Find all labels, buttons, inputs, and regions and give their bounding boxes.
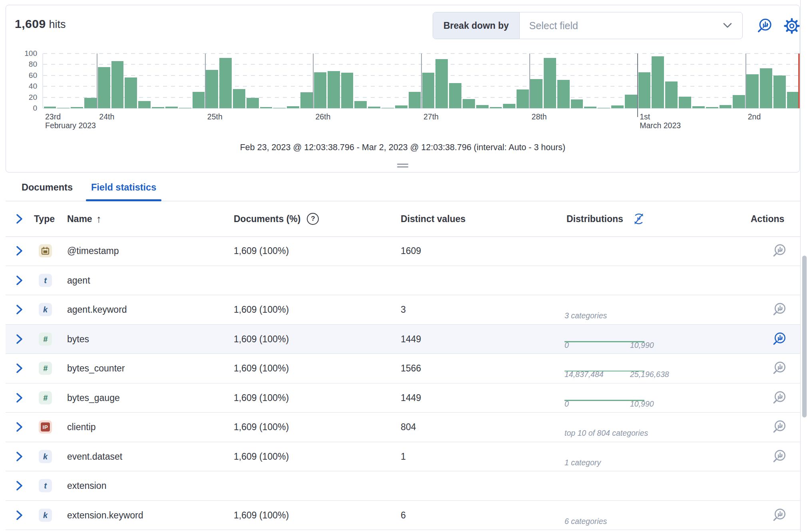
documents-percent-value: 1,609 (100%)	[234, 333, 289, 344]
explore-in-lens-button[interactable]	[772, 302, 787, 317]
histogram-bar[interactable]	[152, 107, 164, 108]
tab-documents[interactable]: Documents	[12, 174, 82, 201]
expand-row-chevron-icon[interactable]	[14, 362, 24, 374]
distribution-preview: 3 categories	[565, 298, 668, 322]
sort-ascending-icon: ↑	[96, 213, 101, 225]
histogram-bar[interactable]	[503, 104, 515, 108]
expand-row-chevron-icon[interactable]	[14, 509, 24, 521]
tab-field-statistics[interactable]: Field statistics	[82, 174, 165, 201]
histogram-bar[interactable]	[71, 107, 83, 108]
histogram-bar[interactable]	[300, 92, 313, 108]
histogram-bar[interactable]	[449, 83, 461, 108]
histogram-bar[interactable]	[314, 72, 326, 108]
histogram-bar[interactable]	[733, 95, 745, 108]
histogram-bar[interactable]	[138, 101, 151, 108]
histogram-plot[interactable]	[42, 54, 800, 108]
number-type-icon: #	[39, 332, 52, 345]
distribution-min-label: 0	[565, 399, 569, 409]
histogram-bar[interactable]	[287, 106, 299, 108]
column-header-name[interactable]: Name ↑	[67, 213, 101, 225]
histogram-bar[interactable]	[368, 107, 380, 108]
histogram-bar[interactable]	[193, 92, 205, 108]
help-icon[interactable]: ?	[307, 213, 319, 225]
expand-row-chevron-icon[interactable]	[14, 274, 24, 286]
histogram-bar[interactable]	[476, 105, 489, 108]
y-axis-tick-label: 100	[6, 49, 37, 58]
histogram-bar[interactable]	[246, 98, 259, 108]
histogram-bar[interactable]	[665, 81, 678, 108]
histogram-bar[interactable]	[219, 58, 232, 108]
histogram-bar[interactable]	[422, 73, 435, 108]
explore-in-lens-button[interactable]	[772, 332, 787, 347]
histogram-bar[interactable]	[571, 99, 583, 108]
histogram-bar[interactable]	[584, 107, 596, 108]
histogram-bar[interactable]	[706, 107, 718, 108]
histogram-bar[interactable]	[517, 89, 529, 108]
histogram-bar[interactable]	[652, 56, 664, 108]
expand-all-chevron-icon[interactable]	[14, 213, 24, 225]
histogram-bar[interactable]	[625, 95, 637, 108]
expand-row-chevron-icon[interactable]	[14, 333, 24, 345]
documents-percent-value: 1,609 (100%)	[234, 304, 289, 315]
expand-row-chevron-icon[interactable]	[14, 480, 24, 492]
histogram-bar[interactable]	[679, 97, 691, 108]
histogram-bar[interactable]	[638, 72, 651, 108]
histogram-bar[interactable]	[233, 89, 245, 108]
histogram-bar[interactable]	[328, 71, 340, 108]
expand-row-chevron-icon[interactable]	[14, 245, 24, 257]
histogram-bar[interactable]	[382, 108, 394, 108]
histogram-bar[interactable]	[57, 108, 70, 108]
explore-in-lens-button[interactable]	[772, 243, 787, 258]
histogram-bar[interactable]	[544, 58, 556, 108]
histogram-bar[interactable]	[341, 73, 354, 108]
scrollbar-thumb[interactable]	[802, 256, 807, 417]
chart-visualization-button[interactable]	[756, 18, 773, 34]
histogram-bar[interactable]	[111, 61, 124, 108]
expand-row-chevron-icon[interactable]	[14, 451, 24, 463]
toggle-distributions-icon[interactable]	[632, 212, 646, 226]
breakdown-control: Break down by Select field	[433, 12, 743, 39]
explore-in-lens-button[interactable]	[772, 390, 787, 405]
histogram-bar[interactable]	[530, 79, 543, 108]
explore-in-lens-button[interactable]	[772, 508, 787, 523]
explore-in-lens-button[interactable]	[772, 449, 787, 464]
histogram-bar[interactable]	[463, 99, 475, 108]
expand-row-chevron-icon[interactable]	[14, 421, 24, 433]
histogram-bar[interactable]	[354, 101, 367, 108]
scrollbar-track[interactable]	[800, 0, 807, 532]
histogram-bar[interactable]	[125, 77, 137, 108]
histogram-bar[interactable]	[179, 108, 191, 108]
histogram-bar[interactable]	[746, 74, 759, 108]
histogram-bar[interactable]	[490, 107, 502, 108]
histogram-bar[interactable]	[165, 107, 178, 108]
histogram-chart: 02040608010023rdFebruary 202324th25th26t…	[6, 54, 800, 139]
explore-in-lens-button[interactable]	[772, 419, 787, 435]
expand-row-chevron-icon[interactable]	[14, 392, 24, 404]
histogram-bar[interactable]	[557, 80, 570, 108]
histogram-bar[interactable]	[44, 107, 56, 108]
table-row: k extension.keyword 1,609 (100%) 6 6 cat…	[6, 501, 801, 530]
histogram-bar[interactable]	[787, 92, 799, 108]
chart-settings-button[interactable]	[783, 18, 800, 34]
histogram-bar[interactable]	[84, 98, 97, 108]
histogram-bar[interactable]	[206, 70, 218, 108]
expand-row-chevron-icon[interactable]	[14, 304, 24, 316]
histogram-bar[interactable]	[773, 75, 786, 108]
histogram-bar[interactable]	[409, 92, 421, 108]
explore-in-lens-button[interactable]	[772, 361, 787, 376]
column-header-distinct-values: Distinct values	[401, 214, 465, 224]
panel-resize-handle[interactable]	[397, 162, 408, 169]
histogram-bar[interactable]	[720, 105, 732, 108]
distinct-values-count: 6	[401, 510, 406, 520]
histogram-bar[interactable]	[273, 108, 286, 108]
histogram-bar[interactable]	[760, 68, 772, 108]
histogram-bar[interactable]	[98, 67, 110, 108]
histogram-bar[interactable]	[260, 107, 272, 108]
breakdown-select[interactable]: Select field	[520, 12, 742, 39]
histogram-bar[interactable]	[395, 105, 407, 108]
histogram-bar[interactable]	[692, 106, 705, 108]
histogram-bar[interactable]	[611, 105, 624, 108]
histogram-bar[interactable]	[435, 59, 448, 108]
histogram-bar[interactable]	[598, 108, 610, 108]
distribution-preview	[565, 474, 668, 498]
